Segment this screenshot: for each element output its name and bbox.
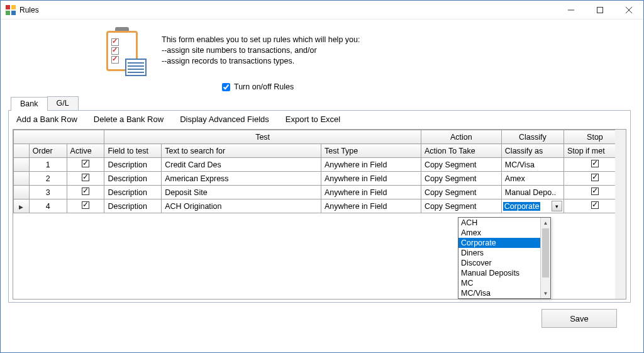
row-selector[interactable] [14, 172, 30, 186]
maximize-button[interactable] [586, 1, 614, 19]
scroll-thumb[interactable] [542, 228, 549, 277]
cell-classify[interactable]: MC/Visa [501, 158, 564, 172]
stop-checkbox[interactable] [591, 188, 599, 195]
active-checkbox[interactable] [82, 160, 89, 167]
app-icon [6, 5, 16, 15]
col-header-order[interactable]: Order [29, 144, 67, 158]
col-header-action[interactable]: Action To Take [421, 144, 501, 158]
dropdown-item[interactable]: Amex [458, 228, 540, 238]
cell-field[interactable]: Description [104, 158, 162, 172]
toggle-rules-checkbox[interactable] [222, 83, 230, 91]
cell-classify[interactable]: Manual Depo.. [501, 186, 564, 199]
grid-vertical-scrollbar[interactable] [615, 129, 626, 300]
maximize-icon [597, 7, 603, 13]
cell-action[interactable]: Copy Segment [421, 158, 501, 172]
cell-order[interactable]: 1 [29, 158, 67, 172]
cell-action[interactable]: Copy Segment [421, 172, 501, 186]
classify-dropdown[interactable]: ACHAmexCorporateDinersDiscoverManual Dep… [458, 217, 551, 299]
minimize-icon [568, 7, 574, 13]
row-selector[interactable] [14, 158, 30, 172]
cell-type[interactable]: Anywhere in Field [321, 172, 421, 186]
grid-wrap: Test Action Classify Stop Order Active [9, 129, 630, 300]
classify-dropdown-list: ACHAmexCorporateDinersDiscoverManual Dep… [458, 218, 540, 298]
scroll-down-icon[interactable]: ▼ [541, 288, 550, 298]
tab-gl[interactable]: G/L [47, 96, 79, 110]
export-excel-button[interactable]: Export to Excel [286, 115, 340, 124]
dropdown-item[interactable]: Corporate [458, 238, 540, 248]
dropdown-item[interactable]: Discover [458, 258, 540, 268]
cell-type[interactable]: Anywhere in Field [321, 199, 421, 213]
cell-action[interactable]: Copy Segment [421, 186, 501, 199]
col-header-classify[interactable]: Classify as [501, 144, 564, 158]
stop-checkbox[interactable] [591, 201, 599, 209]
row-selector[interactable] [14, 186, 30, 199]
cell-active[interactable] [67, 186, 104, 199]
dropdown-item[interactable]: Manual Deposits [458, 268, 540, 278]
close-icon [626, 7, 632, 13]
cell-order[interactable]: 4 [29, 199, 67, 213]
row-selector[interactable] [14, 199, 30, 213]
toolbar: Add a Bank Row Delete a Bank Row Display… [9, 111, 630, 129]
col-header-text[interactable]: Text to search for [162, 144, 321, 158]
close-button[interactable] [614, 1, 643, 19]
intro-line-2: --assign site numbers to transactions, a… [162, 45, 360, 56]
active-checkbox[interactable] [82, 201, 89, 209]
tab-bank[interactable]: Bank [11, 97, 48, 111]
cell-field[interactable]: Description [104, 186, 162, 199]
display-advanced-button[interactable]: Display Advanced Fields [180, 115, 269, 124]
intro-text: This form enables you to set up rules wh… [162, 27, 360, 67]
table-row[interactable]: 2DescriptionAmerican ExpressAnywhere in … [14, 172, 626, 186]
classify-dropdown-button[interactable]: ▾ [552, 201, 562, 211]
stop-checkbox[interactable] [591, 174, 599, 181]
minimize-button[interactable] [557, 1, 586, 19]
window: Rules This form enables yo [0, 0, 644, 353]
add-bank-row-button[interactable]: Add a Bank Row [16, 115, 77, 124]
cell-type[interactable]: Anywhere in Field [321, 158, 421, 172]
active-checkbox[interactable] [82, 188, 89, 195]
dropdown-item[interactable]: MC [458, 278, 540, 288]
dropdown-item[interactable]: MC/Visa [458, 288, 540, 298]
cell-text[interactable]: American Express [162, 172, 321, 186]
col-header-selector [14, 144, 30, 158]
group-header-blank [14, 130, 104, 144]
table-row[interactable]: 3DescriptionDeposit SiteAnywhere in Fiel… [14, 186, 626, 199]
titlebar: Rules [1, 1, 643, 20]
cell-field[interactable]: Description [104, 199, 162, 213]
cell-classify[interactable]: Amex [501, 172, 564, 186]
cell-order[interactable]: 2 [29, 172, 67, 186]
col-header-field[interactable]: Field to test [104, 144, 162, 158]
cell-active[interactable] [67, 158, 104, 172]
group-header-action[interactable]: Action [421, 130, 501, 144]
tab-panel-bank: Add a Bank Row Delete a Bank Row Display… [8, 110, 631, 303]
table-row[interactable]: 1DescriptionCredit Card DesAnywhere in F… [14, 158, 626, 172]
intro-line-1: This form enables you to set up rules wh… [162, 35, 360, 45]
content: This form enables you to set up rules wh… [1, 20, 643, 328]
cell-field[interactable]: Description [104, 172, 162, 186]
cell-action[interactable]: Copy Segment [421, 199, 501, 213]
cell-active[interactable] [67, 172, 104, 186]
active-checkbox[interactable] [82, 174, 89, 181]
delete-bank-row-button[interactable]: Delete a Bank Row [94, 115, 164, 124]
col-header-type[interactable]: Test Type [321, 144, 421, 158]
save-button[interactable]: Save [541, 309, 617, 328]
clipboard-icon [103, 27, 147, 76]
tabs: Bank G/L [8, 96, 636, 110]
table-row[interactable]: 4DescriptionACH OriginationAnywhere in F… [14, 199, 626, 213]
scroll-up-icon[interactable]: ▲ [541, 218, 550, 228]
col-header-active[interactable]: Active [67, 144, 104, 158]
group-header-test[interactable]: Test [104, 130, 421, 144]
cell-type[interactable]: Anywhere in Field [321, 186, 421, 199]
cell-text[interactable]: Deposit Site [162, 186, 321, 199]
window-buttons [557, 1, 643, 19]
group-header-classify[interactable]: Classify [501, 130, 564, 144]
svg-rect-1 [597, 7, 603, 13]
stop-checkbox[interactable] [591, 160, 599, 167]
dropdown-item[interactable]: Diners [458, 248, 540, 258]
cell-classify[interactable]: Corporate▾ [501, 199, 564, 213]
dropdown-item[interactable]: ACH [458, 218, 540, 228]
cell-text[interactable]: ACH Origination [162, 199, 321, 213]
dropdown-scrollbar[interactable]: ▲ ▼ [540, 218, 550, 298]
cell-text[interactable]: Credit Card Des [162, 158, 321, 172]
cell-active[interactable] [67, 199, 104, 213]
cell-order[interactable]: 3 [29, 186, 67, 199]
